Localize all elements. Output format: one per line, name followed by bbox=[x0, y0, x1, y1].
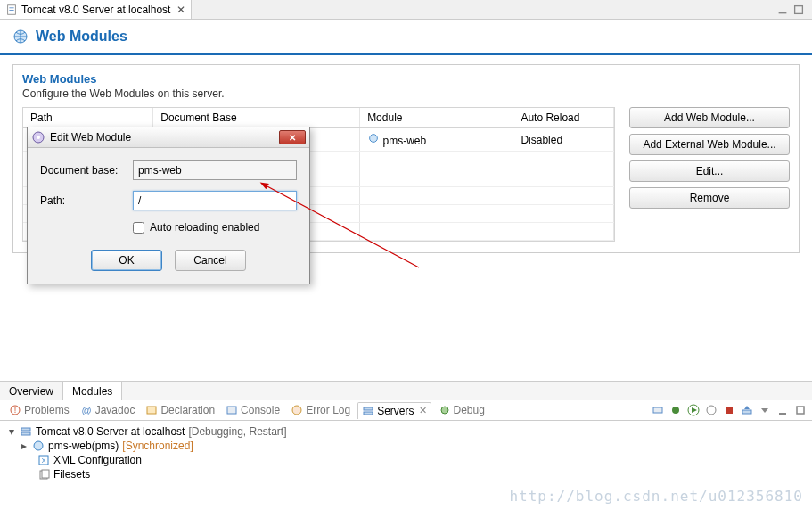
svg-text:X: X bbox=[42, 457, 46, 464]
fileset-icon bbox=[37, 468, 50, 481]
javadoc-icon: @ bbox=[80, 404, 93, 416]
errorlog-icon bbox=[291, 404, 303, 416]
menu-chevron-icon[interactable] bbox=[759, 404, 771, 416]
section-title: Web Modules bbox=[22, 72, 790, 86]
col-path[interactable]: Path bbox=[23, 108, 153, 128]
view-servers[interactable]: Servers ✕ bbox=[357, 402, 431, 419]
svg-point-29 bbox=[34, 441, 43, 450]
auto-reload-label: Auto reloading enabled bbox=[150, 221, 259, 234]
svg-rect-11 bbox=[227, 407, 236, 414]
config-node[interactable]: X XML Configuration bbox=[37, 453, 805, 467]
view-declaration[interactable]: Declaration bbox=[142, 402, 218, 418]
path-label: Path: bbox=[40, 194, 133, 207]
path-input[interactable] bbox=[133, 191, 297, 210]
col-reload[interactable]: Auto Reload bbox=[513, 108, 614, 128]
globe-icon bbox=[12, 29, 29, 45]
svg-rect-21 bbox=[726, 407, 733, 414]
auto-reload-checkbox[interactable] bbox=[133, 222, 144, 234]
minimize-icon[interactable] bbox=[776, 404, 789, 416]
svg-rect-28 bbox=[21, 432, 30, 435]
toolbar-icon[interactable] bbox=[652, 404, 664, 416]
svg-rect-27 bbox=[21, 428, 30, 431]
section-description: Configure the Web Modules on this server… bbox=[22, 87, 790, 100]
edit-web-module-dialog: Edit Web Module ✕ Document base: Path: A… bbox=[27, 127, 310, 284]
svg-rect-25 bbox=[779, 413, 786, 415]
remove-button[interactable]: Remove bbox=[629, 187, 790, 209]
svg-rect-16 bbox=[653, 407, 662, 413]
svg-point-6 bbox=[370, 135, 378, 143]
view-console[interactable]: Console bbox=[222, 402, 283, 418]
svg-point-15 bbox=[441, 407, 448, 414]
debug-icon bbox=[439, 404, 451, 416]
svg-point-20 bbox=[707, 406, 716, 415]
watermark: http://blog.csdn.net/u012356810 bbox=[509, 488, 803, 505]
svg-point-12 bbox=[292, 406, 301, 415]
docbase-label: Document base: bbox=[40, 164, 133, 177]
edit-button[interactable]: Edit... bbox=[629, 160, 790, 182]
col-module[interactable]: Module bbox=[360, 108, 513, 128]
svg-rect-14 bbox=[364, 412, 373, 415]
page-title: Web Modules bbox=[36, 29, 127, 45]
svg-rect-13 bbox=[364, 407, 373, 410]
tab-modules[interactable]: Modules bbox=[63, 382, 122, 400]
profile-icon[interactable] bbox=[705, 404, 718, 416]
xml-icon: X bbox=[37, 454, 50, 466]
tab-overview[interactable]: Overview bbox=[0, 382, 63, 400]
close-icon[interactable]: ✕ bbox=[419, 405, 427, 416]
file-icon bbox=[5, 4, 18, 16]
add-web-module-button[interactable]: Add Web Module... bbox=[629, 107, 790, 128]
cancel-button[interactable]: Cancel bbox=[175, 250, 246, 271]
col-docbase[interactable]: Document Base bbox=[153, 108, 360, 128]
servers-panel: ▾ Tomcat v8.0 Server at localhost [Debug… bbox=[0, 421, 812, 510]
view-problems[interactable]: ! Problems bbox=[5, 402, 73, 418]
console-icon bbox=[226, 404, 238, 416]
minimize-icon[interactable] bbox=[776, 4, 789, 16]
module-node[interactable]: ▸ pms-web(pms) [Synchronized] bbox=[20, 439, 805, 453]
server-node[interactable]: ▾ Tomcat v8.0 Server at localhost [Debug… bbox=[7, 424, 805, 439]
svg-text:!: ! bbox=[14, 406, 17, 415]
module-icon bbox=[32, 440, 45, 452]
expander-icon[interactable]: ▸ bbox=[20, 440, 29, 452]
cell-module: pms-web bbox=[360, 128, 513, 152]
editor-tab-bar: Tomcat v8.0 Server at localhost ✕ bbox=[0, 0, 812, 20]
editor-tab[interactable]: Tomcat v8.0 Server at localhost ✕ bbox=[0, 0, 192, 19]
view-javadoc[interactable]: @ Javadoc bbox=[77, 402, 139, 418]
bug-icon[interactable] bbox=[669, 404, 682, 416]
dialog-title: Edit Web Module bbox=[50, 131, 131, 144]
run-icon[interactable] bbox=[687, 404, 700, 416]
problems-icon: ! bbox=[9, 404, 21, 416]
maximize-icon[interactable] bbox=[794, 404, 807, 416]
module-icon bbox=[367, 132, 380, 144]
declaration-icon bbox=[145, 404, 158, 416]
svg-marker-23 bbox=[744, 406, 750, 409]
dialog-titlebar[interactable]: Edit Web Module ✕ bbox=[28, 128, 309, 148]
svg-rect-26 bbox=[797, 407, 804, 414]
close-button[interactable]: ✕ bbox=[279, 130, 306, 144]
server-icon bbox=[20, 425, 32, 438]
svg-point-35 bbox=[37, 136, 40, 139]
svg-point-17 bbox=[672, 407, 679, 414]
editor-bottom-tabs: Overview Modules bbox=[0, 381, 812, 400]
expander-icon[interactable]: ▾ bbox=[7, 425, 16, 438]
close-icon[interactable]: ✕ bbox=[176, 4, 185, 16]
stop-icon[interactable] bbox=[723, 404, 735, 416]
svg-rect-1 bbox=[9, 7, 13, 8]
publish-icon[interactable] bbox=[741, 404, 753, 416]
filesets-node[interactable]: Filesets bbox=[37, 467, 805, 481]
maximize-icon[interactable] bbox=[792, 4, 805, 16]
svg-rect-2 bbox=[9, 10, 13, 11]
add-external-web-module-button[interactable]: Add External Web Module... bbox=[629, 134, 790, 155]
servers-icon bbox=[362, 405, 374, 417]
view-debug[interactable]: Debug bbox=[435, 402, 488, 418]
gear-icon bbox=[31, 130, 45, 144]
svg-rect-3 bbox=[779, 12, 787, 13]
svg-rect-33 bbox=[42, 470, 49, 478]
docbase-input[interactable] bbox=[133, 160, 297, 180]
svg-marker-24 bbox=[761, 408, 768, 413]
views-bar: ! Problems @ Javadoc Declaration Console… bbox=[0, 400, 812, 421]
editor-tab-title: Tomcat v8.0 Server at localhost bbox=[21, 4, 170, 16]
page-header: Web Modules bbox=[0, 20, 812, 55]
view-errorlog[interactable]: Error Log bbox=[287, 402, 354, 418]
ok-button[interactable]: OK bbox=[91, 250, 162, 271]
svg-text:@: @ bbox=[81, 405, 91, 415]
